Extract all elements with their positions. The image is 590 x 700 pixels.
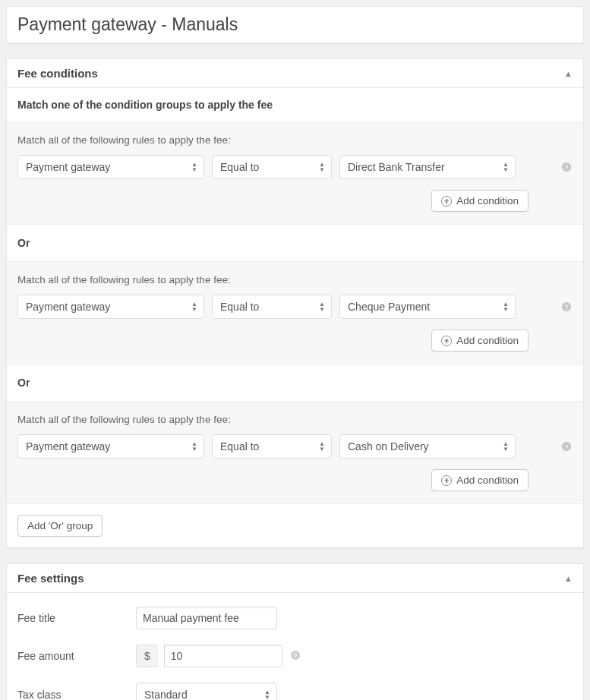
chevron-updown-icon: ▲▼ — [319, 302, 325, 312]
plus-circle-icon — [441, 475, 452, 486]
rule-operator-select[interactable]: Equal to ▲▼ — [212, 434, 332, 459]
add-or-group-label: Add 'Or' group — [27, 520, 93, 531]
chevron-updown-icon: ▲▼ — [503, 302, 509, 312]
fee-settings-title: Fee settings — [17, 572, 84, 585]
fee-amount-label: Fee amount — [17, 650, 136, 662]
fee-amount-input[interactable] — [164, 645, 282, 667]
fee-title-row: Fee title — [17, 599, 573, 637]
fee-conditions-panel: Fee conditions ▲ Match one of the condit… — [6, 58, 584, 548]
add-condition-label: Add condition — [456, 335, 519, 346]
condition-group: Match all of the following rules to appl… — [7, 122, 583, 225]
rule-value-select[interactable]: Direct Bank Transfer ▲▼ — [339, 155, 516, 179]
chevron-updown-icon: ▲▼ — [191, 442, 197, 452]
page-title-panel: Payment gateway - Manuals — [6, 6, 584, 43]
chevron-updown-icon: ▲▼ — [264, 690, 270, 700]
collapse-icon[interactable]: ▲ — [564, 574, 573, 583]
rule-field-value: Payment gateway — [26, 440, 110, 452]
fee-conditions-header[interactable]: Fee conditions ▲ — [7, 59, 583, 88]
rule-value-value: Cash on Delivery — [348, 440, 429, 452]
tax-class-select[interactable]: Standard ▲▼ — [136, 683, 277, 700]
help-icon[interactable]: ? — [290, 650, 301, 663]
rule-operator-value: Equal to — [220, 161, 259, 173]
help-icon[interactable]: ? — [560, 301, 573, 313]
currency-symbol: $ — [136, 645, 158, 667]
chevron-updown-icon: ▲▼ — [503, 162, 509, 172]
fee-amount-row: Fee amount $ ? — [17, 637, 573, 675]
fee-settings-header[interactable]: Fee settings ▲ — [7, 564, 583, 593]
tax-class-value: Standard — [144, 689, 188, 700]
tax-class-label: Tax class — [17, 689, 136, 700]
rule-field-value: Payment gateway — [26, 301, 110, 313]
rule-value-select[interactable]: Cash on Delivery ▲▼ — [339, 434, 516, 459]
chevron-updown-icon: ▲▼ — [503, 442, 509, 452]
collapse-icon[interactable]: ▲ — [564, 69, 573, 78]
rule-operator-value: Equal to — [220, 301, 259, 313]
rule-field-select[interactable]: Payment gateway ▲▼ — [17, 434, 204, 459]
help-icon[interactable]: ? — [560, 161, 573, 173]
condition-group: Match all of the following rules to appl… — [7, 402, 583, 504]
chevron-updown-icon: ▲▼ — [191, 302, 197, 312]
plus-circle-icon — [441, 336, 452, 346]
rule-row: Payment gateway ▲▼ Equal to ▲▼ Cheque Pa… — [17, 295, 573, 319]
fee-title-input[interactable] — [136, 607, 277, 629]
page-title: Payment gateway - Manuals — [7, 7, 583, 43]
chevron-updown-icon: ▲▼ — [319, 442, 325, 452]
fee-settings-panel: Fee settings ▲ Fee title Fee amount $ ? … — [6, 563, 584, 700]
add-condition-label: Add condition — [456, 195, 519, 207]
tax-class-row: Tax class Standard ▲▼ — [17, 675, 573, 700]
group-instruction: Match all of the following rules to appl… — [17, 134, 573, 146]
fee-conditions-title: Fee conditions — [17, 67, 98, 80]
rule-row: Payment gateway ▲▼ Equal to ▲▼ Direct Ba… — [17, 155, 573, 179]
rule-operator-select[interactable]: Equal to ▲▼ — [212, 295, 332, 319]
rule-value-select[interactable]: Cheque Payment ▲▼ — [339, 295, 516, 319]
help-icon[interactable]: ? — [560, 440, 573, 452]
plus-circle-icon — [441, 196, 452, 207]
fee-conditions-subheader: Match one of the condition groups to app… — [7, 88, 583, 122]
rule-row: Payment gateway ▲▼ Equal to ▲▼ Cash on D… — [17, 434, 573, 459]
add-or-group-button[interactable]: Add 'Or' group — [17, 515, 103, 537]
svg-text:?: ? — [565, 304, 569, 311]
rule-field-select[interactable]: Payment gateway ▲▼ — [17, 155, 204, 179]
rule-operator-select[interactable]: Equal to ▲▼ — [212, 155, 332, 179]
fee-title-label: Fee title — [17, 612, 136, 624]
chevron-updown-icon: ▲▼ — [319, 162, 325, 172]
svg-text:?: ? — [293, 651, 297, 659]
add-condition-label: Add condition — [456, 475, 519, 486]
fee-settings-body: Fee title Fee amount $ ? Tax class Stand… — [7, 593, 583, 700]
condition-group: Match all of the following rules to appl… — [7, 262, 583, 364]
rule-field-value: Payment gateway — [26, 161, 110, 173]
group-instruction: Match all of the following rules to appl… — [17, 274, 573, 285]
rule-field-select[interactable]: Payment gateway ▲▼ — [17, 295, 204, 319]
fee-amount-input-group: $ — [136, 645, 282, 667]
or-separator: Or — [7, 225, 583, 262]
add-condition-button[interactable]: Add condition — [431, 469, 528, 491]
chevron-updown-icon: ▲▼ — [191, 162, 197, 172]
svg-text:?: ? — [565, 443, 569, 451]
svg-text:?: ? — [565, 164, 569, 172]
rule-operator-value: Equal to — [220, 440, 259, 452]
add-condition-button[interactable]: Add condition — [431, 330, 528, 352]
rule-value-value: Cheque Payment — [348, 301, 430, 313]
or-separator: Or — [7, 364, 583, 402]
add-condition-button[interactable]: Add condition — [431, 190, 528, 212]
rule-value-value: Direct Bank Transfer — [348, 161, 445, 173]
group-instruction: Match all of the following rules to appl… — [17, 414, 573, 425]
